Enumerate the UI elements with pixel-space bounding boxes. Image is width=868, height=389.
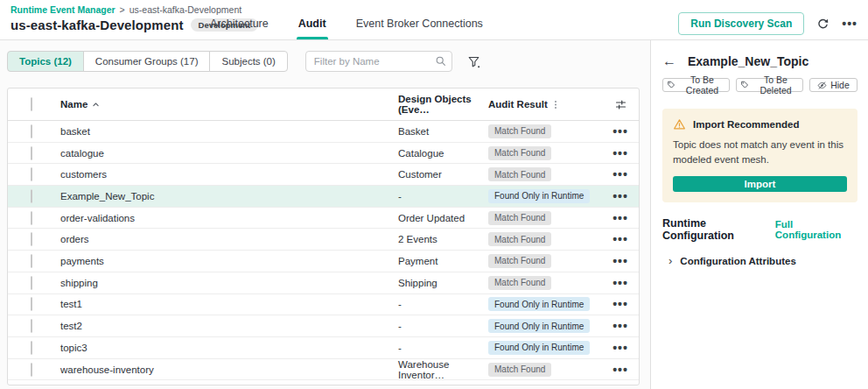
more-options-icon: ••• [612,125,628,138]
full-configuration-link[interactable]: Full Configuration [775,219,858,240]
row-checkbox[interactable] [31,254,32,268]
back-arrow-icon[interactable]: ← [662,54,676,68]
row-more-options-button[interactable]: ••• [612,125,628,138]
design-object: - [398,343,488,353]
table-header-row: Name Design Objects (Eve… Audit Result [8,88,639,121]
more-options-icon: ••• [612,277,628,289]
runtime-configuration-heading: Runtime Configuration [662,217,775,242]
audit-result-badge: Match Found [488,211,551,225]
more-options-icon: ••• [612,320,628,332]
more-options-icon: ••• [612,255,628,267]
tab-event-broker-connections[interactable]: Event Broker Connections [354,12,485,39]
filter-by-name-input[interactable] [305,51,452,72]
row-more-options-button[interactable]: ••• [612,364,628,376]
search-icon [435,55,446,67]
row-more-options-button[interactable]: ••• [612,168,628,180]
breadcrumb-link-runtime-event-manager[interactable]: Runtime Event Manager [10,4,116,15]
row-checkbox[interactable] [31,232,32,246]
table-row[interactable]: test2 - Found Only in Runtime ••• [8,315,639,337]
table-row[interactable]: catalogue Catalogue Match Found ••• [8,143,639,165]
row-more-options-button[interactable]: ••• [612,255,628,267]
table-row[interactable]: customers Customer Match Found ••• [8,164,639,186]
audit-result-badge: Found Only in Runtime [488,341,590,355]
hide-button[interactable]: Hide [809,78,858,92]
audit-result-badge: Match Found [488,167,551,181]
table-row[interactable]: warehouse-inventory Warehouse Inventor… … [8,359,639,381]
row-checkbox[interactable] [31,124,32,138]
table-row[interactable]: order-validations Order Updated Match Fo… [8,208,639,230]
row-checkbox[interactable] [31,319,32,333]
warning-message: Topic does not match any event in this m… [673,138,847,166]
filter-funnel-button[interactable] [467,55,480,68]
row-checkbox[interactable] [31,146,32,160]
table-row[interactable]: shipping Shipping Match Found ••• [8,272,639,294]
design-object: Customer [398,169,488,180]
row-checkbox[interactable] [31,189,32,203]
to-be-deleted-button[interactable]: To Be Deleted [736,78,803,92]
configuration-attributes-expander[interactable]: › Configuration Attributes [662,255,858,266]
design-object: Order Updated [398,213,488,223]
topic-name: shipping [60,278,398,288]
table-row[interactable]: basket Basket Match Found ••• [8,121,639,143]
row-more-options-button[interactable]: ••• [612,190,628,202]
topic-detail-panel: ← Example_New_Topic To Be Created [650,40,868,389]
entity-segmented-control: Topics (12) Consumer Groups (17) Subject… [7,51,288,72]
warning-title: Import Recommended [693,119,799,130]
row-more-options-button[interactable]: ••• [612,212,628,224]
top-bar: Runtime Event Manager > us-east-kafka-De… [0,0,868,40]
topics-table: Name Design Objects (Eve… Audit Result [7,88,640,385]
breadcrumb-separator: > [120,4,125,15]
topic-name: warehouse-inventory [60,364,398,375]
segment-topics[interactable]: Topics (12) [7,51,84,72]
row-checkbox[interactable] [31,297,32,311]
column-header-audit-result[interactable]: Audit Result [488,99,602,110]
row-more-options-button[interactable]: ••• [612,233,628,245]
design-object: Basket [398,126,488,137]
table-body: basket Basket Match Found ••• catalogue … [8,121,639,380]
tag-icon [667,81,676,89]
configuration-attributes-label: Configuration Attributes [680,256,795,266]
row-more-options-button[interactable]: ••• [612,298,628,310]
tab-architecture[interactable]: Architecture [208,12,270,39]
row-checkbox[interactable] [31,276,32,290]
column-header-design-objects[interactable]: Design Objects (Eve… [398,94,488,115]
more-options-icon: ••• [612,168,628,180]
select-all-checkbox[interactable] [31,97,32,111]
column-settings-button[interactable] [614,98,627,111]
audit-result-badge: Match Found [488,276,551,290]
row-more-options-button[interactable]: ••• [612,342,628,354]
topic-name: order-validations [60,213,398,223]
import-button[interactable]: Import [673,176,847,192]
design-object: Shipping [398,278,488,288]
row-checkbox[interactable] [31,341,32,355]
table-row[interactable]: Example_New_Topic - Found Only in Runtim… [8,186,639,208]
table-row[interactable]: topic3 - Found Only in Runtime ••• [8,337,639,359]
topic-name: orders [60,234,398,244]
row-more-options-button[interactable]: ••• [612,147,628,159]
column-header-name[interactable]: Name [60,99,398,110]
topic-name: Example_New_Topic [60,191,398,202]
segment-consumer-groups[interactable]: Consumer Groups (17) [83,51,211,72]
tab-audit[interactable]: Audit [297,12,328,39]
row-checkbox[interactable] [31,363,32,377]
design-object: 2 Events [398,234,488,244]
row-more-options-button[interactable]: ••• [612,277,628,289]
to-be-created-button[interactable]: To Be Created [662,78,730,92]
run-discovery-scan-button[interactable]: Run Discovery Scan [678,12,804,35]
refresh-button[interactable] [816,18,830,31]
hide-eye-icon [817,81,827,90]
more-options-icon: ••• [612,147,628,159]
row-more-options-button[interactable]: ••• [612,320,628,332]
table-row[interactable]: test1 - Found Only in Runtime ••• [8,294,639,316]
row-checkbox[interactable] [31,167,32,181]
row-checkbox[interactable] [31,211,32,225]
segment-subjects[interactable]: Subjects (0) [209,51,287,72]
more-options-icon: ••• [612,342,628,354]
table-row[interactable]: payments Payment Match Found ••• [8,251,639,272]
more-options-icon: ••• [612,364,628,376]
audit-result-badge: Found Only in Runtime [488,189,590,203]
table-row[interactable]: orders 2 Events Match Found ••• [8,229,639,251]
tab-bar: Architecture Audit Event Broker Connecti… [208,12,485,39]
more-options-button[interactable]: ••• [842,18,858,30]
column-settings-icon [614,98,627,111]
